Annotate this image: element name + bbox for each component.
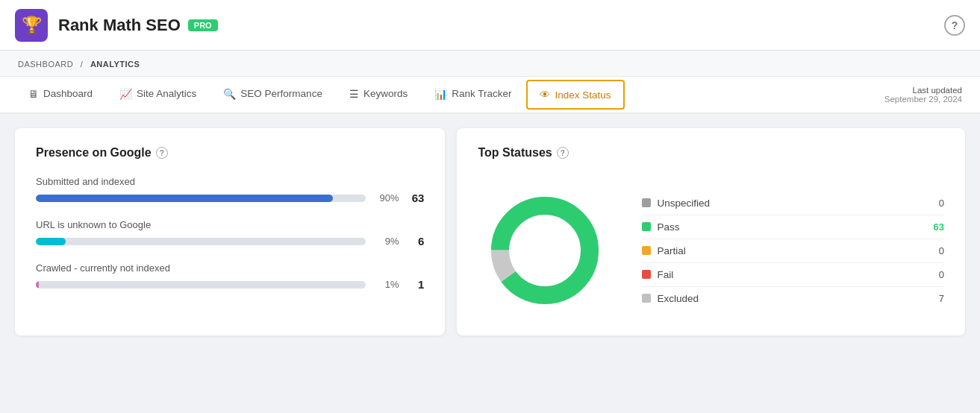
progress-pct-crawled: 1% bbox=[375, 279, 399, 290]
tab-keywords[interactable]: ☰ Keywords bbox=[336, 78, 421, 113]
progress-row-crawled: Crawled - currently not indexed 1% 1 bbox=[36, 262, 424, 291]
progress-track-submitted bbox=[36, 195, 366, 202]
seo-performance-icon: 🔍 bbox=[223, 88, 236, 100]
last-updated-label: Last updated bbox=[884, 86, 962, 95]
app-header: 🏆 Rank Math SEO PRO ? bbox=[0, 0, 980, 51]
progress-count-unknown: 6 bbox=[408, 235, 424, 248]
legend-row-partial: Partial 0 bbox=[642, 239, 944, 263]
site-analytics-icon: 📈 bbox=[119, 88, 132, 100]
legend-row-unspecified: Unspecified 0 bbox=[642, 192, 944, 215]
tab-index-status[interactable]: 👁 Index Status bbox=[526, 80, 624, 110]
legend-dot-excluded bbox=[642, 294, 651, 303]
rank-tracker-icon: 📊 bbox=[434, 88, 447, 100]
progress-pct-submitted: 90% bbox=[375, 192, 399, 204]
tab-dashboard-label: Dashboard bbox=[43, 88, 93, 99]
legend-dot-fail bbox=[642, 270, 651, 279]
statuses-help-icon[interactable]: ? bbox=[557, 147, 569, 159]
presence-title-text: Presence on Google bbox=[36, 146, 152, 160]
tab-rank-tracker-label: Rank Tracker bbox=[452, 88, 511, 99]
progress-label-unknown: URL is unknown to Google bbox=[36, 219, 424, 230]
progress-track-row-crawled: 1% 1 bbox=[36, 278, 424, 291]
legend-dot-partial bbox=[642, 246, 651, 255]
last-updated-date: September 29, 2024 bbox=[884, 95, 962, 104]
progress-count-crawled: 1 bbox=[408, 278, 424, 291]
tab-site-analytics-label: Site Analytics bbox=[137, 88, 196, 99]
tab-seo-performance[interactable]: 🔍 SEO Performance bbox=[210, 78, 336, 113]
legend-dot-unspecified bbox=[642, 198, 651, 207]
presence-card-title: Presence on Google ? bbox=[36, 146, 424, 160]
presence-card: Presence on Google ? Submitted and index… bbox=[15, 128, 445, 335]
progress-track-crawled bbox=[36, 281, 366, 289]
app-title: Rank Math SEO bbox=[58, 16, 181, 35]
progress-row-unknown: URL is unknown to Google 9% 6 bbox=[36, 219, 424, 248]
legend-value-fail: 0 bbox=[929, 269, 944, 280]
tab-site-analytics[interactable]: 📈 Site Analytics bbox=[106, 78, 210, 113]
progress-track-unknown bbox=[36, 238, 366, 245]
breadcrumb-current: ANALYTICS bbox=[90, 60, 140, 69]
legend-label-partial: Partial bbox=[657, 245, 923, 256]
legend-value-excluded: 7 bbox=[929, 293, 944, 304]
progress-count-submitted: 63 bbox=[408, 192, 424, 204]
tab-keywords-label: Keywords bbox=[363, 88, 408, 99]
breadcrumb-parent[interactable]: DASHBOARD bbox=[18, 60, 73, 69]
donut-chart bbox=[478, 183, 612, 318]
legend-value-unspecified: 0 bbox=[929, 198, 944, 209]
dashboard-icon: 🖥 bbox=[28, 88, 39, 100]
legend-label-excluded: Excluded bbox=[657, 293, 923, 304]
legend-dot-pass bbox=[642, 222, 651, 231]
statuses-title-text: Top Statuses bbox=[478, 146, 552, 160]
progress-pct-unknown: 9% bbox=[375, 236, 399, 247]
keywords-icon: ☰ bbox=[349, 88, 359, 100]
svg-point-1 bbox=[500, 206, 590, 295]
tabs-bar: 🖥 Dashboard 📈 Site Analytics 🔍 SEO Perfo… bbox=[0, 77, 980, 113]
legend-row-pass: Pass 63 bbox=[642, 215, 944, 239]
logo-icon: 🏆 bbox=[22, 16, 42, 35]
legend-value-pass: 63 bbox=[929, 221, 944, 233]
progress-track-row-submitted: 90% 63 bbox=[36, 192, 424, 204]
statuses-card: Top Statuses ? bbox=[457, 128, 965, 335]
progress-fill-crawled bbox=[36, 281, 39, 289]
tab-rank-tracker[interactable]: 📊 Rank Tracker bbox=[421, 78, 525, 113]
legend-row-excluded: Excluded 7 bbox=[642, 287, 944, 310]
progress-label-crawled: Crawled - currently not indexed bbox=[36, 262, 424, 274]
progress-fill-submitted bbox=[36, 195, 333, 202]
tab-dashboard[interactable]: 🖥 Dashboard bbox=[15, 78, 106, 113]
legend-label-pass: Pass bbox=[657, 221, 923, 233]
statuses-card-title: Top Statuses ? bbox=[478, 146, 944, 160]
progress-fill-unknown bbox=[36, 238, 66, 245]
donut-svg bbox=[478, 183, 612, 318]
progress-row-submitted: Submitted and indexed 90% 63 bbox=[36, 176, 424, 204]
legend-row-fail: Fail 0 bbox=[642, 263, 944, 287]
breadcrumb-bar: DASHBOARD / ANALYTICS bbox=[0, 51, 980, 77]
donut-section: Unspecified 0 Pass 63 Partial 0 bbox=[478, 176, 944, 318]
progress-track-row-unknown: 9% 6 bbox=[36, 235, 424, 248]
main-content: Presence on Google ? Submitted and index… bbox=[0, 113, 980, 350]
progress-label-submitted: Submitted and indexed bbox=[36, 176, 424, 187]
index-status-icon: 👁 bbox=[540, 89, 550, 101]
pro-badge: PRO bbox=[188, 19, 218, 31]
help-button[interactable]: ? bbox=[944, 15, 965, 36]
breadcrumb-sep: / bbox=[81, 60, 84, 69]
last-updated: Last updated September 29, 2024 bbox=[884, 86, 965, 104]
tab-index-status-label: Index Status bbox=[555, 89, 611, 101]
tab-seo-performance-label: SEO Performance bbox=[240, 88, 322, 99]
legend: Unspecified 0 Pass 63 Partial 0 bbox=[642, 192, 944, 310]
legend-label-fail: Fail bbox=[657, 269, 923, 280]
app-logo: 🏆 bbox=[15, 9, 48, 42]
legend-label-unspecified: Unspecified bbox=[657, 198, 923, 209]
breadcrumb: DASHBOARD / ANALYTICS bbox=[18, 60, 140, 69]
presence-help-icon[interactable]: ? bbox=[156, 147, 168, 159]
legend-value-partial: 0 bbox=[929, 245, 944, 256]
